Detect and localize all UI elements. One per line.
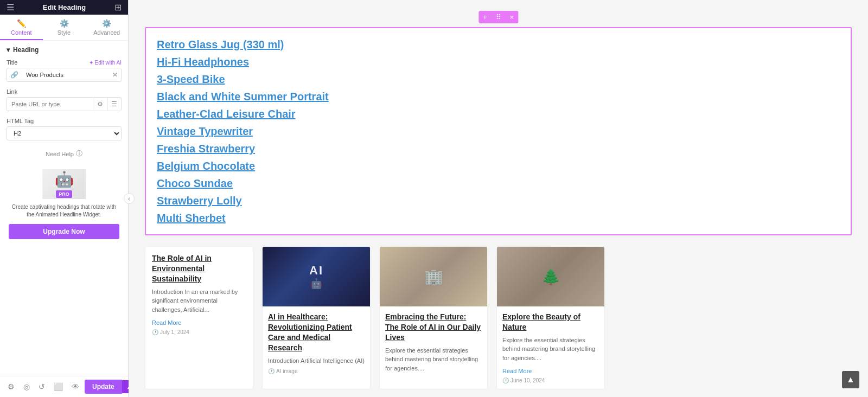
link-input-wrapper: ⚙ ☰ [7,97,122,111]
blog-card-3: 🌲 Explore the Beauty of Nature Explore t… [496,246,605,389]
scroll-top-button[interactable]: ▲ [842,371,859,388]
preview-tool-btn[interactable]: 👁 [68,380,82,393]
link-external-btn[interactable]: ☰ [107,98,121,111]
blog-card-3-title[interactable]: Explore the Beauty of Nature [502,312,599,332]
promo-mascot: 🤖 [55,170,74,188]
widget-add-btn[interactable]: + [478,11,492,23]
upgrade-now-button[interactable]: Upgrade Now [9,224,119,239]
title-field-label: Title ✦ Edit with AI [7,59,122,66]
link-field-label: Link [7,88,122,95]
responsive-tool-btn[interactable]: ⬜ [50,380,66,393]
promo-box: 🤖 PRO Create captivating headings that r… [7,165,122,246]
panel-content: Heading Title ✦ Edit with AI 🔗 ✕ Link [0,41,128,376]
tab-style-label: Style [58,29,71,36]
html-tag-select[interactable]: H1 H2 H3 H4 H5 H6 div span p [7,126,122,140]
title-field-row: Title ✦ Edit with AI 🔗 ✕ [7,59,122,82]
blog-card-2-title[interactable]: Embracing the Future: The Role of AI in … [385,312,482,343]
blog-card-3-excerpt: Explore the essential strategies behind … [502,336,599,363]
link-input-buttons: ⚙ ☰ [93,98,121,111]
panel-grid-icon: ⊞ [114,2,122,12]
advanced-icon: ⚙️ [102,19,111,28]
blog-card-2-excerpt: Explore the essential strategies behind … [385,346,482,373]
heading-link-8[interactable]: Choco Sundae [157,176,840,191]
section-heading: Heading [7,46,122,54]
heading-widget: Retro Glass Jug (330 ml) Hi-Fi Headphone… [145,27,852,235]
tab-content[interactable]: ✏️ Content [0,15,43,40]
heading-link-6[interactable]: Freshia Strawberry [157,141,840,156]
title-clear-btn[interactable]: ✕ [109,69,121,81]
panel-header: ☰ Edit Heading ⊞ [0,0,128,15]
blog-card-1-image: AI 🤖 [263,247,370,306]
edit-with-ai-label: Edit with AI [95,60,122,66]
heading-link-10[interactable]: Multi Sherbet [157,210,840,226]
blog-card-2-image: 🏢 [380,247,487,306]
blog-card-3-read-more[interactable]: Read More [502,368,532,374]
tab-advanced[interactable]: ⚙️ Advanced [85,15,128,40]
settings-tool-btn[interactable]: ⚙ [4,380,18,393]
widget-move-btn[interactable]: ⠿ [492,11,506,23]
blog-card-1-date: 🕐 AI image [268,368,365,374]
widget-close-btn[interactable]: × [506,11,519,23]
heading-links-list: Retro Glass Jug (330 ml) Hi-Fi Headphone… [157,37,840,226]
pro-badge: PRO [56,190,72,198]
panel-tabs: ✏️ Content ⚙️ Style ⚙️ Advanced [0,15,128,41]
title-input-wrapper: 🔗 ✕ [7,68,122,82]
heading-link-9[interactable]: Strawberry Lolly [157,193,840,208]
heading-link-3[interactable]: Black and White Summer Portrait [157,89,840,104]
blog-card-3-body: Explore the Beauty of Nature Explore the… [497,306,604,389]
heading-link-4[interactable]: Leather-Clad Leisure Chair [157,106,840,121]
help-icon[interactable]: ⓘ [76,149,82,158]
blog-card-0: The Role of AI in Environmental Sustaina… [145,246,253,389]
tab-style[interactable]: ⚙️ Style [43,15,86,40]
ai-icon: ✦ [89,60,93,66]
clock-icon-1: 🕐 [268,368,275,374]
edit-with-ai-btn[interactable]: ✦ Edit with AI [89,60,122,66]
collapse-panel-btn[interactable]: ‹ [124,193,135,204]
panel-title: Edit Heading [43,3,86,11]
woo-icon: 🔗 [7,68,22,81]
heading-link-0[interactable]: Retro Glass Jug (330 ml) [157,37,840,52]
link-input[interactable] [7,98,93,110]
clock-icon-0: 🕐 [152,329,158,335]
html-tag-label: HTML Tag [7,118,122,124]
blog-card-1-excerpt: Introduction Artificial Intelligence (AI… [268,356,365,366]
content-icon: ✏️ [17,19,26,28]
blog-card-2: 🏢 Embracing the Future: The Role of AI i… [379,246,488,389]
need-help-text: Need Help [46,151,74,157]
heading-link-1[interactable]: Hi-Fi Headphones [157,54,840,69]
panel-logo: ☰ [7,2,14,12]
html-tag-label-text: HTML Tag [7,118,34,124]
blog-card-1: AI 🤖 AI in Healthcare: Revolutionizing P… [262,246,371,389]
heading-link-7[interactable]: Belgium Chocolate [157,158,840,174]
link-field-row: Link ⚙ ☰ [7,88,122,111]
blog-cards-section: The Role of AI in Environmental Sustaina… [145,246,852,389]
layers-tool-btn[interactable]: ◎ [20,380,33,393]
need-help: Need Help ⓘ [7,149,122,158]
title-input[interactable] [22,69,109,81]
main-canvas: + ⠿ × Retro Glass Jug (330 ml) Hi-Fi Hea… [129,0,868,397]
widget-toolbar: + ⠿ × [478,11,518,23]
blog-card-3-date: 🕐 June 10, 2024 [502,377,599,383]
link-settings-btn[interactable]: ⚙ [93,98,107,111]
blog-card-0-date: 🕐 July 1, 2024 [152,329,246,335]
heading-link-5[interactable]: Vintage Typewriter [157,124,840,139]
tab-content-label: Content [11,29,32,36]
title-label-text: Title [7,59,17,66]
style-icon: ⚙️ [60,19,69,28]
clock-icon-3: 🕐 [502,377,509,383]
blog-card-0-body: The Role of AI in Environmental Sustaina… [145,247,253,342]
blog-card-1-body: AI in Healthcare: Revolutionizing Patien… [263,306,370,380]
blog-card-2-body: Embracing the Future: The Role of AI in … [380,306,487,381]
update-button[interactable]: Update [85,380,122,394]
heading-widget-container: + ⠿ × Retro Glass Jug (330 ml) Hi-Fi Hea… [145,27,852,235]
history-tool-btn[interactable]: ↺ [35,380,48,393]
blog-card-0-read-more[interactable]: Read More [152,319,181,326]
blog-card-1-title[interactable]: AI in Healthcare: Revolutionizing Patien… [268,312,365,353]
html-tag-select-row: H1 H2 H3 H4 H5 H6 div span p [7,126,122,140]
heading-link-2[interactable]: 3-Speed Bike [157,72,840,87]
blog-card-3-image: 🌲 [497,247,604,306]
blog-card-0-title[interactable]: The Role of AI in Environmental Sustaina… [152,253,246,284]
tab-advanced-label: Advanced [93,29,120,36]
promo-description: Create captivating headings that rotate … [9,203,119,219]
bottom-toolbar: ⚙ ◎ ↺ ⬜ 👁 Update ▲ [0,376,128,397]
